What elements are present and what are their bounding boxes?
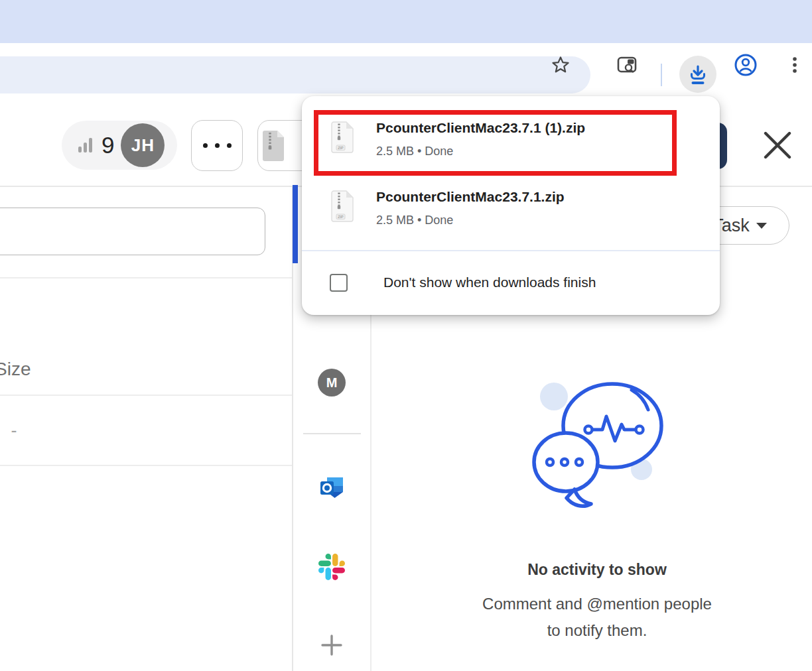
activity-empty-subtitle: to notify them. xyxy=(425,621,770,640)
more-actions-button[interactable] xyxy=(191,120,243,171)
table-divider xyxy=(0,395,293,396)
activity-bars-icon xyxy=(78,137,95,154)
download-item[interactable]: ZIP PcounterClientMac23.7.1.zip 2.5 MB •… xyxy=(314,177,708,243)
svg-text:ZIP: ZIP xyxy=(338,215,344,219)
avatar: JH xyxy=(121,123,165,167)
activity-empty-title: No activity to show xyxy=(425,561,770,579)
dont-show-row: Don't show when downloads finish xyxy=(314,261,708,304)
svg-text:ZIP: ZIP xyxy=(338,146,344,150)
browser-tab-strip xyxy=(0,0,812,43)
connector-sidebar-border xyxy=(370,302,372,671)
zip-file-icon: ZIP xyxy=(330,190,355,225)
chevron-down-icon xyxy=(756,223,767,229)
address-bar[interactable] xyxy=(0,56,590,93)
dont-show-label[interactable]: Don't show when downloads finish xyxy=(383,274,596,290)
activity-empty-subtitle: Comment and @mention people xyxy=(425,595,770,613)
sidebar-item-outlook[interactable] xyxy=(317,472,346,501)
download-file-meta: 2.5 MB • Done xyxy=(376,145,453,158)
dot xyxy=(203,143,208,148)
browser-menu-icon[interactable] xyxy=(781,52,808,78)
sidebar-divider xyxy=(303,433,361,434)
downloads-popup: ZIP PcounterClientMac23.7.1 (1).zip 2.5 … xyxy=(302,96,720,315)
text-field[interactable] xyxy=(0,208,265,255)
sidebar-item-slack[interactable] xyxy=(317,552,346,581)
download-file-meta: 2.5 MB • Done xyxy=(376,213,453,227)
downloads-button[interactable] xyxy=(679,56,716,93)
tab-search-icon[interactable] xyxy=(614,52,640,78)
zip-file-icon: ZIP xyxy=(330,121,355,156)
plus-icon xyxy=(320,633,344,657)
size-column-header: Size xyxy=(0,359,31,380)
views-count: 9 xyxy=(102,132,114,158)
close-icon[interactable] xyxy=(763,131,792,160)
chat-illustration xyxy=(517,371,683,533)
slack-icon xyxy=(318,554,345,580)
bookmark-star-icon[interactable] xyxy=(547,52,574,78)
dont-show-checkbox[interactable] xyxy=(330,274,348,292)
dot xyxy=(215,143,220,148)
toolbar-divider xyxy=(661,64,662,86)
add-app-button[interactable] xyxy=(318,632,345,658)
table-divider xyxy=(0,465,293,466)
dot xyxy=(227,143,232,148)
views-avatar-pill[interactable]: 9 JH xyxy=(62,121,177,170)
browser-toolbar xyxy=(0,43,812,98)
table-divider xyxy=(0,277,293,278)
screen: 9 JH Task Size - - M xyxy=(0,0,812,671)
outlook-icon xyxy=(318,473,346,501)
profile-icon[interactable] xyxy=(732,52,759,78)
empty-value: - - xyxy=(0,420,21,441)
zip-file-icon xyxy=(260,130,287,162)
download-item[interactable]: ZIP PcounterClientMac23.7.1 (1).zip 2.5 … xyxy=(314,108,708,174)
download-file-name: PcounterClientMac23.7.1.zip xyxy=(376,189,565,205)
popup-divider xyxy=(302,250,720,251)
download-file-name: PcounterClientMac23.7.1 (1).zip xyxy=(376,120,585,136)
selection-indicator-bar xyxy=(293,185,298,263)
sidebar-item-m-app[interactable]: M xyxy=(318,369,346,396)
